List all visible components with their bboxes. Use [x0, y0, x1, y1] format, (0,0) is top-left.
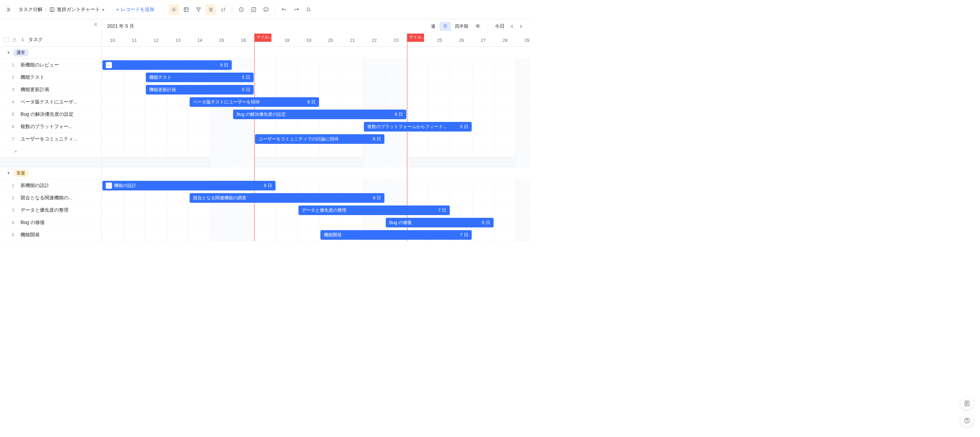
group-button[interactable] [181, 4, 192, 15]
day-header-cell: 10 [102, 33, 124, 46]
collapse-panel-button[interactable] [93, 22, 98, 27]
comment-button[interactable] [261, 4, 272, 15]
task-row[interactable]: 3データと優先度の整理 [0, 204, 101, 217]
expand-sidebar-button[interactable] [3, 4, 14, 15]
gantt-bar[interactable]: ←9 日 [102, 60, 232, 70]
scale-quarter-button[interactable]: 四半期 [452, 22, 472, 31]
day-header-cell: 27 [473, 33, 494, 46]
search-button[interactable] [303, 4, 314, 15]
chart-group-row [102, 167, 531, 179]
select-all-checkbox[interactable] [4, 37, 9, 42]
chart-task-row: ←9 日 [102, 59, 531, 71]
next-button[interactable] [517, 22, 525, 30]
separator [232, 6, 232, 13]
undo-button[interactable] [278, 4, 290, 15]
gantt-bar[interactable]: 機能開発7 日 [320, 230, 472, 240]
chart-task-row: 機能開発7 日 [102, 229, 531, 241]
task-name: 競合となる関連機能の... [21, 195, 101, 201]
prev-button[interactable] [508, 22, 516, 30]
view-selector[interactable]: 進捗ガントチャート ▾ [49, 6, 104, 13]
reminder-button[interactable] [236, 4, 247, 15]
group-header[interactable]: ▼通常 [0, 46, 101, 59]
gantt-bar[interactable]: Bug の解決優先度の設定8 日 [233, 110, 406, 119]
list-icon [208, 7, 213, 12]
task-row[interactable]: 5Bug の解決優先度の設定 [0, 108, 101, 121]
bar-label: ベータ版テストにユーザーを招待 [193, 99, 304, 105]
text-icon [20, 37, 25, 42]
separator [165, 6, 165, 13]
scale-week-button[interactable]: 週 [428, 22, 439, 31]
milestone-marker[interactable]: マイル... [255, 33, 272, 42]
redo-icon [294, 7, 299, 12]
bar-duration: 5 日 [460, 124, 468, 130]
milestone-marker[interactable]: マイル... [407, 33, 424, 42]
gantt-bar[interactable]: データと優先度の整理7 日 [299, 206, 450, 215]
gantt-bar[interactable]: 競合となる関連機能の調査9 日 [189, 193, 384, 203]
task-row[interactable]: 5機能開発 [0, 229, 101, 241]
day-header-cell: 23 [385, 33, 407, 46]
svg-point-4 [173, 9, 175, 10]
task-row[interactable]: 2競合となる関連機能の... [0, 192, 101, 204]
task-row[interactable]: 1新機能のレビュー [0, 59, 101, 71]
task-row[interactable]: 6複数のプラットフォー... [0, 121, 101, 133]
sort-button[interactable] [218, 4, 229, 15]
sort-icon [220, 7, 226, 12]
group-caret-icon[interactable]: ▼ [7, 171, 10, 175]
settings-button[interactable] [169, 4, 179, 15]
task-number: 4 [10, 220, 16, 225]
task-row[interactable]: 2機能テスト [0, 71, 101, 84]
bar-continues-left-icon: ← [106, 62, 112, 68]
task-name: データと優先度の整理 [21, 207, 101, 214]
scale-month-button[interactable]: 月 [439, 22, 451, 31]
gantt-bar[interactable]: 機能テスト5 日 [146, 73, 254, 82]
chart-group-row [102, 46, 531, 59]
day-header-cell: 26 [450, 33, 473, 46]
redo-button[interactable] [291, 4, 302, 15]
chart-task-row: Bug の修復5 日 [102, 217, 531, 229]
bar-label: ユーザーをコミュニティでの討論に招待 [258, 136, 369, 142]
bar-label: Bug の修復 [389, 220, 479, 226]
scale-year-button[interactable]: 年 [473, 22, 484, 31]
group-badge: 重要 [13, 169, 29, 177]
task-row[interactable]: 4Bug の修復 [0, 217, 101, 229]
filter-button[interactable] [193, 4, 204, 15]
task-row[interactable]: 1新機能の設計 [0, 179, 101, 192]
task-row[interactable]: 7ユーザーをコミュニティ... [0, 133, 101, 145]
day-header-cell: 13 [167, 33, 189, 46]
search-icon [306, 7, 312, 12]
task-name: 新機能のレビュー [21, 62, 101, 68]
gantt-bar[interactable]: ユーザーをコミュニティでの討論に招待6 日 [255, 134, 384, 144]
breadcrumb-separator: / [45, 7, 46, 12]
day-header-cell: 18 [276, 33, 298, 46]
group-caret-icon[interactable]: ▼ [7, 51, 10, 54]
gantt-bar[interactable]: ベータ版テストにユーザーを招待6 日 [189, 97, 319, 107]
add-record-button[interactable]: + レコードを追加 [114, 5, 156, 14]
svg-rect-9 [13, 39, 16, 41]
gantt-bar[interactable]: 複数のプラットフォームからフィード...5 日 [364, 122, 472, 131]
today-button[interactable]: 今日 [492, 22, 507, 31]
bar-duration: 6 日 [307, 99, 316, 105]
gantt-bar[interactable]: ←機能の設計8 日 [102, 181, 275, 190]
gantt-bar[interactable]: Bug の修復5 日 [386, 218, 493, 227]
task-name: 複数のプラットフォー... [21, 124, 101, 130]
group-gap [0, 158, 101, 167]
chart-task-row: ユーザーをコミュニティでの討論に招待6 日 [102, 133, 531, 145]
task-row[interactable]: 4ベータ版テストにユーザ... [0, 96, 101, 108]
chart-task-row: 機能テスト5 日 [102, 71, 531, 84]
task-row[interactable]: 3機能更新計画 [0, 84, 101, 96]
add-task-row[interactable]: + [0, 145, 101, 158]
day-header-cell: 21 [342, 33, 364, 46]
undo-icon [282, 7, 287, 12]
list-button[interactable] [205, 4, 216, 15]
day-header-cell: 15 [211, 33, 233, 46]
checklist-button[interactable] [248, 4, 259, 15]
breadcrumb-root[interactable]: タスク分解 [19, 6, 43, 13]
chart-task-row: ベータ版テストにユーザーを招待6 日 [102, 96, 531, 108]
group-header[interactable]: ▼重要 [0, 167, 101, 179]
bar-label: 機能開発 [324, 232, 457, 238]
gantt-bar[interactable]: 機能更新計画5 日 [146, 85, 254, 94]
task-name: 機能テスト [21, 74, 101, 80]
day-header-cell: 29 [516, 33, 531, 46]
task-number: 1 [10, 62, 16, 67]
view-name: 進捗ガントチャート [57, 6, 100, 13]
